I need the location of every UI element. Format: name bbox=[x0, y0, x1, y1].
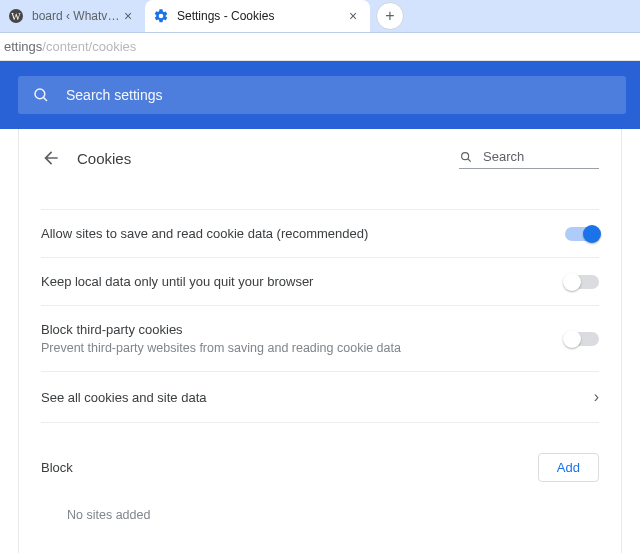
cookies-search-placeholder: Search bbox=[483, 149, 524, 164]
row-allow-cookies: Allow sites to save and read cookie data… bbox=[41, 209, 599, 257]
settings-search-placeholder: Search settings bbox=[66, 87, 163, 103]
chevron-right-icon: › bbox=[594, 388, 599, 406]
tab-inactive[interactable]: W board ‹ Whatvwant — Wor × bbox=[0, 0, 145, 32]
omnibox[interactable]: ettings/content/cookies bbox=[4, 39, 136, 54]
row-block-thirdparty: Block third-party cookies Prevent third-… bbox=[41, 305, 599, 371]
svg-line-3 bbox=[43, 97, 47, 101]
page-title: Cookies bbox=[77, 150, 131, 167]
allow-cookies-toggle[interactable] bbox=[565, 227, 599, 241]
block-thirdparty-toggle[interactable] bbox=[565, 332, 599, 346]
omnibox-row: ettings/content/cookies bbox=[0, 33, 640, 61]
section-block: Block Add bbox=[41, 453, 599, 482]
svg-point-2 bbox=[35, 89, 45, 99]
tab-strip: W board ‹ Whatvwant — Wor × Settings - C… bbox=[0, 0, 640, 33]
row-third-label: Block third-party cookies bbox=[41, 322, 401, 337]
tab-active[interactable]: Settings - Cookies × bbox=[145, 0, 370, 32]
row-keep-label: Keep local data only until you quit your… bbox=[41, 274, 313, 289]
row-allow-label: Allow sites to save and read cookie data… bbox=[41, 226, 368, 241]
block-add-button[interactable]: Add bbox=[538, 453, 599, 482]
row-seeall-label: See all cookies and site data bbox=[41, 390, 207, 405]
svg-line-5 bbox=[468, 158, 471, 161]
svg-point-4 bbox=[462, 152, 469, 159]
omnibox-url-tail: /content/cookies bbox=[42, 39, 136, 54]
gear-icon bbox=[153, 8, 169, 24]
back-arrow-icon[interactable] bbox=[41, 148, 61, 168]
block-empty-message: No sites added bbox=[41, 482, 599, 532]
close-icon[interactable]: × bbox=[346, 9, 360, 23]
section-block-title: Block bbox=[41, 460, 73, 475]
close-icon[interactable]: × bbox=[121, 9, 135, 23]
tab-inactive-title: board ‹ Whatvwant — Wor bbox=[32, 9, 121, 23]
svg-text:W: W bbox=[11, 11, 21, 22]
row-keep-local: Keep local data only until you quit your… bbox=[41, 257, 599, 305]
search-icon bbox=[32, 86, 50, 104]
cookies-search[interactable]: Search bbox=[459, 147, 599, 169]
settings-card: Cookies Search Allow sites to save and r… bbox=[18, 129, 622, 553]
keep-local-toggle[interactable] bbox=[565, 275, 599, 289]
omnibox-url-head: ettings bbox=[4, 39, 42, 54]
settings-search[interactable]: Search settings bbox=[18, 76, 626, 114]
tab-active-title: Settings - Cookies bbox=[177, 9, 346, 23]
settings-header: Search settings bbox=[0, 61, 640, 129]
search-icon bbox=[459, 150, 473, 164]
row-see-all[interactable]: See all cookies and site data › bbox=[41, 371, 599, 423]
row-third-sub: Prevent third-party websites from saving… bbox=[41, 341, 401, 355]
wordpress-favicon: W bbox=[8, 8, 24, 24]
new-tab-button[interactable]: + bbox=[376, 2, 404, 30]
